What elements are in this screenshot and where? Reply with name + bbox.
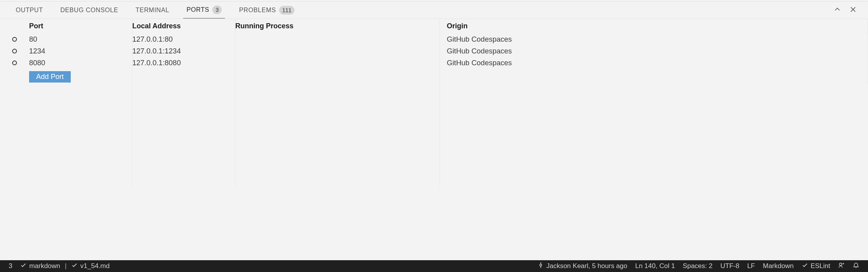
bell-icon (853, 262, 859, 270)
circle-icon (12, 49, 17, 53)
status-eslint[interactable]: ESLint (798, 260, 834, 272)
status-error-count[interactable]: 3 (5, 260, 16, 272)
status-notifications[interactable] (849, 260, 863, 272)
chevron-up-icon (834, 6, 841, 15)
table-row[interactable]: 1234127.0.0.1:1234GitHub Codespaces (0, 45, 868, 57)
process-cell (235, 45, 440, 57)
panel-tab-bar: OUTPUT DEBUG CONSOLE TERMINAL PORTS 3 PR… (0, 2, 868, 19)
port-cell: 1234 (29, 45, 132, 57)
status-markdown-check[interactable]: markdown (16, 260, 64, 272)
header-origin[interactable]: Origin (440, 19, 868, 33)
check-icon (20, 262, 27, 270)
tab-terminal[interactable]: TERMINAL (132, 2, 173, 18)
address-cell: 127.0.0.1:1234 (132, 45, 235, 57)
panel-collapse-button[interactable] (832, 5, 843, 16)
add-port-row: Add Port (0, 69, 868, 84)
origin-cell: GitHub Codespaces (440, 33, 868, 45)
status-markdown-label: markdown (29, 262, 60, 270)
tab-output[interactable]: OUTPUT (13, 2, 46, 18)
circle-icon (12, 37, 17, 42)
status-cursor-position[interactable]: Ln 140, Col 1 (631, 260, 679, 272)
ports-count-badge: 3 (212, 6, 222, 14)
problems-count-badge: 111 (279, 6, 294, 15)
ports-table: Port Local Address Running Process Origi… (0, 19, 868, 186)
status-language-mode-text: Markdown (763, 262, 793, 270)
tab-problems[interactable]: PROBLEMS 111 (236, 2, 298, 18)
process-cell (235, 33, 440, 45)
port-status-cell (0, 45, 29, 57)
header-local-address[interactable]: Local Address (132, 19, 235, 33)
tab-debug-console-label: DEBUG CONSOLE (60, 7, 118, 14)
table-row[interactable]: 8080127.0.0.1:8080GitHub Codespaces (0, 57, 868, 69)
header-running-process[interactable]: Running Process (235, 19, 440, 33)
ports-header-row: Port Local Address Running Process Origi… (0, 19, 868, 33)
port-cell: 8080 (29, 57, 132, 69)
svg-point-0 (540, 264, 542, 266)
add-port-cell: Add Port (29, 69, 132, 84)
origin-cell: GitHub Codespaces (440, 57, 868, 69)
port-cell: 80 (29, 33, 132, 45)
tab-debug-console[interactable]: DEBUG CONSOLE (57, 2, 121, 18)
status-feedback[interactable] (834, 260, 849, 272)
table-row[interactable]: 80127.0.0.1:80GitHub Codespaces (0, 33, 868, 45)
status-encoding[interactable]: UTF-8 (716, 260, 743, 272)
check-icon (71, 262, 78, 270)
tab-terminal-label: TERMINAL (136, 7, 169, 14)
circle-icon (12, 61, 17, 65)
close-icon (850, 6, 857, 15)
status-indentation-text: Spaces: 2 (683, 262, 713, 270)
filler-row (0, 84, 868, 186)
port-status-cell (0, 33, 29, 45)
tab-problems-label: PROBLEMS (239, 7, 276, 14)
tab-ports[interactable]: PORTS 3 (183, 2, 225, 18)
status-indentation[interactable]: Spaces: 2 (679, 260, 717, 272)
svg-point-1 (839, 263, 842, 265)
status-file-name: v1_54.md (80, 262, 110, 270)
status-eol[interactable]: LF (743, 260, 759, 272)
status-eslint-text: ESLint (811, 262, 830, 270)
status-encoding-text: UTF-8 (720, 262, 739, 270)
port-status-cell (0, 57, 29, 69)
git-commit-icon (537, 262, 544, 270)
add-port-button[interactable]: Add Port (29, 71, 71, 83)
address-cell: 127.0.0.1:80 (132, 33, 235, 45)
tab-ports-label: PORTS (186, 6, 209, 13)
ports-panel: Port Local Address Running Process Origi… (0, 19, 868, 260)
status-git-blame-text: Jackson Kearl, 5 hours ago (546, 262, 627, 270)
check-icon (802, 262, 808, 270)
header-port[interactable]: Port (29, 19, 132, 33)
status-bar: 3 markdown | v1_54.md Jackson Kearl, 5 h… (0, 260, 868, 272)
status-error-count-value: 3 (9, 262, 12, 270)
status-cursor-text: Ln 140, Col 1 (635, 262, 675, 270)
panel-close-button[interactable] (848, 5, 859, 16)
status-eol-text: LF (747, 262, 755, 270)
feedback-icon (838, 262, 845, 270)
status-git-blame[interactable]: Jackson Kearl, 5 hours ago (533, 260, 631, 272)
status-file-check[interactable]: v1_54.md (67, 260, 114, 272)
process-cell (235, 57, 440, 69)
status-language-mode[interactable]: Markdown (759, 260, 797, 272)
status-separator: | (64, 262, 67, 270)
address-cell: 127.0.0.1:8080 (132, 57, 235, 69)
tab-output-label: OUTPUT (16, 7, 43, 14)
origin-cell: GitHub Codespaces (440, 45, 868, 57)
